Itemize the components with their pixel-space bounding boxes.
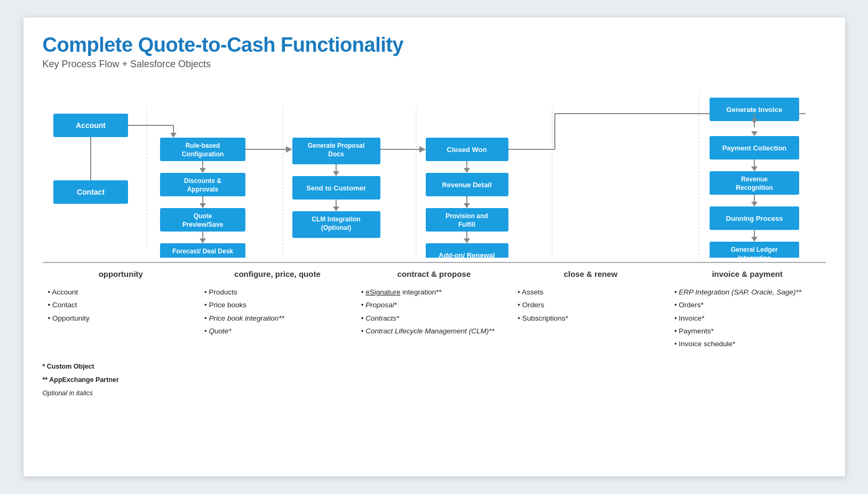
bullet-col-close: • Assets • Orders • Subscriptions* xyxy=(512,286,669,325)
bullet-invoice: • Invoice* xyxy=(674,312,821,325)
bullet-icon: • xyxy=(204,314,209,322)
svg-text:Account: Account xyxy=(76,121,106,130)
bullet-proposal: • Proposal* xyxy=(361,299,507,312)
bullet-orders: • Orders xyxy=(517,299,664,312)
bullet-account: • Account xyxy=(48,286,194,299)
bullet-payments: • Payments* xyxy=(674,325,821,338)
svg-text:Fulfill: Fulfill xyxy=(458,221,475,228)
svg-marker-49 xyxy=(464,203,470,208)
bullet-col-configure: • Products • Price books • Price book in… xyxy=(199,286,356,338)
category-invoice: invoice & payment xyxy=(669,269,826,278)
svg-text:Integration: Integration xyxy=(738,254,771,258)
svg-marker-65 xyxy=(751,131,758,136)
bullet-pricebooks: • Price books xyxy=(204,299,351,312)
footnote-custom: * Custom Object xyxy=(43,360,826,373)
svg-text:Revenue: Revenue xyxy=(740,176,767,183)
svg-text:(Optional): (Optional) xyxy=(321,224,351,232)
bullet-opportunity: • Opportunity xyxy=(48,312,194,325)
bullet-icon: • xyxy=(517,301,522,309)
svg-text:Quote: Quote xyxy=(193,212,212,220)
svg-text:Generate Proposal: Generate Proposal xyxy=(307,142,364,149)
bullet-esignature: • eSignature integration** xyxy=(361,286,507,299)
bullet-icon: • xyxy=(48,301,52,309)
bullet-clm: • Contract Lifecycle Management (CLM)** xyxy=(361,325,507,338)
bullet-pricebook-integration: • Price book integration** xyxy=(204,312,351,325)
svg-text:Send to Customer: Send to Customer xyxy=(306,184,366,192)
flow-svg: Account Contact Rule-based Configuration… xyxy=(43,82,826,258)
svg-text:Contact: Contact xyxy=(76,188,104,196)
bullet-icon: • xyxy=(204,288,209,296)
bullet-icon: • xyxy=(361,288,365,296)
category-configure: configure, price, quote xyxy=(199,269,356,278)
svg-text:Approvals: Approvals xyxy=(187,186,218,193)
svg-marker-41 xyxy=(419,146,426,153)
svg-text:CLM Integration: CLM Integration xyxy=(312,216,360,223)
svg-text:General Ledger: General Ledger xyxy=(730,246,777,253)
bullet-col-contract: • eSignature integration** • Proposal* •… xyxy=(356,286,513,338)
svg-marker-54 xyxy=(464,238,470,243)
svg-text:Configuration: Configuration xyxy=(181,150,224,158)
flow-diagram: Account Contact Rule-based Configuration… xyxy=(43,82,826,260)
category-row: opportunity configure, price, quote cont… xyxy=(43,269,826,278)
bullet-erp: • ERP Integration (SAP, Oracle, Sage)** xyxy=(674,286,821,299)
bullet-col-invoice: • ERP Integration (SAP, Oracle, Sage)** … xyxy=(669,286,826,350)
category-opportunity: opportunity xyxy=(43,269,200,278)
bullet-icon: • xyxy=(361,301,365,309)
svg-text:Payment Collection: Payment Collection xyxy=(722,144,786,152)
svg-marker-69 xyxy=(751,166,758,171)
bullets-row: • Account • Contact • Opportunity • Prod… xyxy=(43,286,826,350)
bullet-icon: • xyxy=(48,314,52,322)
bullet-orders2: • Orders* xyxy=(674,299,821,312)
h-line xyxy=(43,262,826,263)
bullet-assets: • Assets xyxy=(517,286,664,299)
svg-text:Revenue Detail: Revenue Detail xyxy=(442,181,491,189)
svg-text:Closed Won: Closed Won xyxy=(447,146,487,154)
footnotes: * Custom Object ** AppExchange Partner O… xyxy=(43,360,826,400)
bullet-products: • Products xyxy=(204,286,351,299)
svg-marker-45 xyxy=(464,168,470,173)
svg-marker-32 xyxy=(333,171,339,176)
bullet-icon: • xyxy=(204,301,209,309)
bullet-contracts: • Contracts* xyxy=(361,312,507,325)
svg-marker-8 xyxy=(170,133,177,138)
svg-text:Preview/Save: Preview/Save xyxy=(182,221,223,228)
svg-text:Forecast/ Deal Desk: Forecast/ Deal Desk xyxy=(172,248,233,255)
bullet-quote: • Quote* xyxy=(204,325,351,338)
sub-title: Key Process Flow + Salesforce Objects xyxy=(43,59,826,70)
bullet-col-opportunity: • Account • Contact • Opportunity xyxy=(43,286,200,325)
bullet-subscriptions: • Subscriptions* xyxy=(517,312,664,325)
svg-marker-18 xyxy=(200,203,206,208)
footnote-appexchange: ** AppExchange Partner xyxy=(43,373,826,387)
svg-text:Dunning Process: Dunning Process xyxy=(726,214,783,222)
svg-marker-78 xyxy=(751,237,758,242)
bullet-contact: • Contact xyxy=(48,299,194,312)
bullet-invoice-schedule: • Invoice schedule* xyxy=(674,338,821,350)
bullet-icon: • xyxy=(204,327,209,335)
svg-marker-36 xyxy=(333,206,339,211)
bullet-icon: • xyxy=(517,288,522,296)
slide: Complete Quote-to-Cash Functionality Key… xyxy=(23,18,845,476)
svg-text:Add-on/ Renewal: Add-on/ Renewal xyxy=(439,251,495,258)
footnote-optional: Optional in italics xyxy=(43,387,826,400)
separator xyxy=(43,262,826,263)
svg-marker-13 xyxy=(200,168,206,173)
svg-marker-23 xyxy=(200,238,206,243)
category-close: close & renew xyxy=(512,269,669,278)
bullet-icon: • xyxy=(361,327,365,335)
svg-marker-74 xyxy=(751,202,758,206)
svg-marker-27 xyxy=(286,146,292,153)
bullet-icon: • xyxy=(517,314,522,322)
svg-text:Generate Invoice: Generate Invoice xyxy=(726,106,782,114)
svg-text:Docs: Docs xyxy=(328,150,344,158)
main-title: Complete Quote-to-Cash Functionality xyxy=(43,34,826,57)
svg-text:Recognition: Recognition xyxy=(736,184,773,192)
category-contract: contract & propose xyxy=(356,269,513,278)
bullet-icon: • xyxy=(361,314,365,322)
svg-text:Rule-based: Rule-based xyxy=(185,142,220,149)
svg-text:Discounts &: Discounts & xyxy=(184,177,221,185)
svg-text:Provision and: Provision and xyxy=(445,212,488,220)
